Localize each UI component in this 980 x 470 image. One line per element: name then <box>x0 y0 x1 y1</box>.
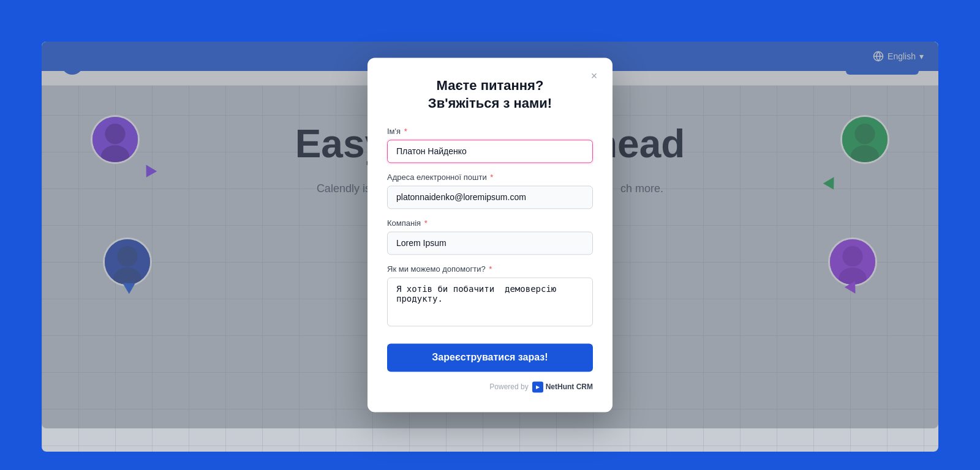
powered-by: Powered by NetHunt CRM <box>387 382 593 393</box>
email-input[interactable] <box>387 186 593 209</box>
nethunt-brand: NetHunt CRM <box>546 383 593 392</box>
message-label: Як ми можемо допомогти? * <box>387 265 593 274</box>
email-label: Адреса електронної пошти * <box>387 173 593 182</box>
company-input[interactable] <box>387 232 593 255</box>
message-field-group: Як ми можемо допомогти? * Я хотів би поб… <box>387 265 593 329</box>
name-input[interactable] <box>387 140 593 163</box>
message-textarea[interactable]: Я хотів би побачити демоверсію продукту. <box>387 278 593 327</box>
name-required: * <box>404 127 407 136</box>
email-field-group: Адреса електронної пошти * <box>387 173 593 209</box>
company-required: * <box>424 219 428 228</box>
name-label: Ім'я * <box>387 127 593 136</box>
company-label: Компанія * <box>387 219 593 228</box>
company-field-group: Компанія * <box>387 219 593 255</box>
nethunt-logo: NetHunt CRM <box>532 382 593 393</box>
contact-modal: × Маєте питання? Зв'яжіться з нами! Ім'я… <box>368 58 612 412</box>
modal-title: Маєте питання? Зв'яжіться з нами! <box>387 77 593 112</box>
submit-button[interactable]: Зареєструватися зараз! <box>387 344 593 372</box>
nethunt-icon <box>532 382 543 393</box>
name-field-group: Ім'я * <box>387 127 593 163</box>
email-required: * <box>490 173 493 182</box>
modal-close-button[interactable]: × <box>586 67 603 84</box>
modal-title-line2: Зв'яжіться з нами! <box>428 95 552 111</box>
message-required: * <box>489 265 492 274</box>
modal-title-line1: Маєте питання? <box>437 78 544 93</box>
powered-by-label: Powered by <box>489 383 528 392</box>
